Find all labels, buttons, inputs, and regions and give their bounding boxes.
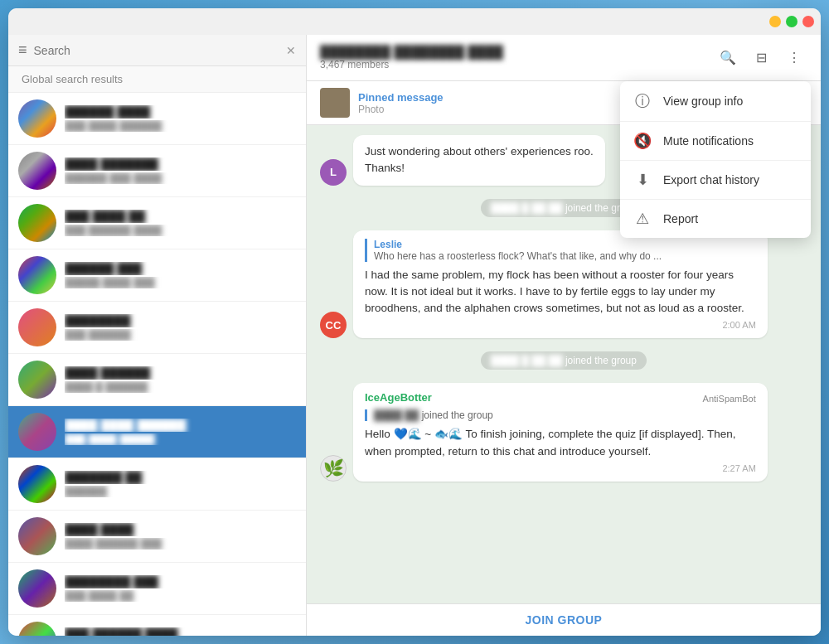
export-icon: ⬇ [633,171,652,189]
pinned-thumbnail [320,88,350,118]
chat-name: ████ ████ [65,523,296,536]
mute-notifications-label: Mute notifications [663,134,754,148]
list-item[interactable]: ████ ████ ████ ██████ ███ [8,511,306,563]
chat-info: ██████ ███ █████ ████ ███ [65,262,296,288]
header-actions: 🔍 ⊟ ⋮ [715,45,807,71]
info-icon: ⓘ [633,91,652,111]
chat-preview: ███ ██████ [65,329,296,341]
join-bar: JOIN GROUP [307,603,821,636]
view-group-info-item[interactable]: ⓘ View group info [620,81,811,121]
member-count: 3,467 members [320,59,715,70]
title-bar: − □ × [8,8,821,35]
list-item[interactable]: ████████ ███ ███ ████ ██ [8,563,306,615]
avatar [18,308,56,346]
chat-info: ████ ██████ ████ █ ██████ [65,366,296,393]
joined-notice: ████ █ ██ ██ joined the group [320,351,807,370]
list-item[interactable]: ████ ███████ ██████ ███ ████ [8,145,306,197]
list-item[interactable]: ████ ██████ ████ █ ██████ [8,354,306,406]
report-label: Report [663,212,698,225]
list-item[interactable]: ██████ ████ ███ ████ ██████ [8,93,306,145]
sender-name: IceAgeBotter [365,391,432,404]
maximize-button[interactable]: □ [786,16,797,27]
mute-icon: 🔇 [633,132,652,150]
chat-info: ████ ████ ██████ ███ ████ █████ [65,419,296,445]
clear-search-icon[interactable]: ✕ [286,44,296,57]
quote-text: Who here has a roosterless flock? What's… [374,250,756,262]
more-options-button[interactable]: ⋮ [781,45,807,71]
antispam-label: AntiSpamBot [703,394,756,404]
message-time: 2:00 AM [365,320,756,330]
chat-header-info: ████████ ████████ ████ 3,467 members [320,45,715,70]
pinned-info: Pinned message Photo [358,91,444,115]
avatar [18,622,56,636]
mute-notifications-item[interactable]: 🔇 Mute notifications [620,122,811,160]
chat-list: ██████ ████ ███ ████ ██████ ████ ███████… [8,93,306,636]
list-item[interactable]: ███ ████ ██ ███ ██████ ████ [8,197,306,249]
chat-name: ████████ ███ [65,575,296,588]
bot-icon: 🌿 [323,458,344,478]
report-item[interactable]: ⚠ Report [620,200,811,238]
search-button[interactable]: 🔍 [715,45,741,71]
pinned-subtitle: Photo [358,104,444,115]
dropdown-menu: ⓘ View group info 🔇 Mute notifications ⬇… [620,81,811,238]
message-quote: ████ ██ joined the group [365,409,756,421]
joined-badge: ████ █ ██ ██ joined the group [481,351,647,370]
message-text: Hello 💙🌊 ~ 🐟🌊 To finish joining, complet… [365,426,756,460]
avatar [18,517,56,555]
search-bar: ≡ ✕ [8,35,306,66]
message-text: I had the same problem, my flock has bee… [365,267,756,317]
chat-name: ███ ██████ ████ [65,627,296,636]
message-bubble: IceAgeBotter AntiSpamBot ████ ██ joined … [353,383,768,482]
hamburger-icon[interactable]: ≡ [18,41,27,59]
chat-name: ████████ [65,314,296,327]
chat-preview: ███ ████ █████ [65,433,296,445]
avatar [18,361,56,399]
chat-preview: ██████ ███ ████ [65,172,296,184]
export-chat-history-item[interactable]: ⬇ Export chat history [620,161,811,199]
export-chat-history-label: Export chat history [663,173,759,186]
message-bubble: Just wondering about others' experiences… [353,135,605,186]
table-row: 🌿 IceAgeBotter AntiSpamBot ████ ██ joine… [320,383,807,482]
avatar [18,413,56,451]
chat-name: ███ ████ ██ [65,210,296,223]
message-quote: Leslie Who here has a roosterless flock?… [365,239,756,262]
chat-info: ███████ ██ ██████ [65,471,296,497]
avatar [18,152,56,190]
message-text: Just wondering about others' experiences… [365,143,594,177]
minimize-button[interactable]: − [769,16,781,27]
global-search-label: Global search results [8,66,306,93]
message-bubble: Leslie Who here has a roosterless flock?… [353,230,768,339]
search-input[interactable] [34,44,279,57]
view-group-info-label: View group info [663,94,743,108]
chat-name: ██████ ████ [65,105,296,119]
join-group-button[interactable]: JOIN GROUP [526,613,603,627]
chat-info: ████ ████ ████ ██████ ███ [65,523,296,550]
chat-name: ███████ ██ [65,471,296,484]
avatar [18,99,56,138]
report-icon: ⚠ [633,210,652,228]
avatar [18,465,56,503]
chat-name: ██████ ███ [65,262,296,275]
app-window: − □ × ≡ ✕ Global search results ██████ █… [8,8,821,636]
close-button[interactable]: × [802,16,814,27]
chat-header: ████████ ████████ ████ 3,467 members 🔍 ⊟… [307,35,821,81]
list-item[interactable]: ███████ ██ ██████ [8,458,306,511]
list-item[interactable]: ██████ ███ █████ ████ ███ [8,249,306,302]
chat-preview: ███ ██████ ████ [65,225,296,236]
avatar: L [320,159,347,186]
quote-sender: Leslie [374,239,756,250]
columns-button[interactable]: ⊟ [748,45,774,71]
list-item[interactable]: ████████ ███ ██████ [8,302,306,354]
list-item-active[interactable]: ████ ████ ██████ ███ ████ █████ [8,406,306,458]
list-item[interactable]: ███ ██████ ████ ██████ ████ [8,615,306,636]
table-row: CC Leslie Who here has a roosterless flo… [320,230,807,339]
chat-info: ███ ████ ██ ███ ██████ ████ [65,210,296,236]
chat-preview: ███ ████ ██ [65,590,296,602]
pinned-title: Pinned message [358,91,444,104]
chat-info: ███ ██████ ████ ██████ ████ [65,627,296,636]
avatar: CC [320,312,347,338]
avatar: 🌿 [320,455,347,482]
main-content: ≡ ✕ Global search results ██████ ████ ██… [8,35,821,636]
chat-name: ████ ████ ██████ [65,419,296,432]
message-time: 2:27 AM [365,463,756,473]
